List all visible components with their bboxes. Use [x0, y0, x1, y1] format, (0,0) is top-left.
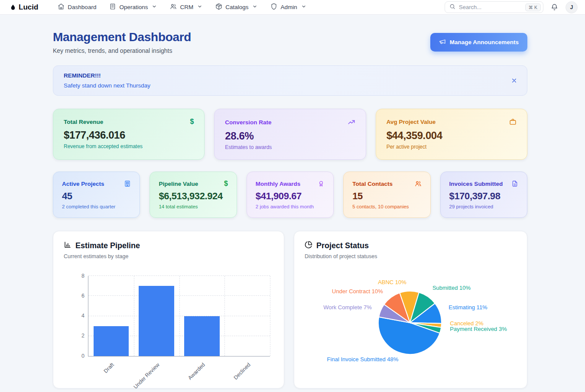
pie-label-abnc: ABNC 10% [378, 279, 406, 285]
search-input[interactable] [459, 4, 522, 10]
pie-label-work-complete: Work Complete 7% [323, 304, 372, 311]
bar-chart: 02468DraftUnder ReviewAwardedDeclined [64, 265, 273, 389]
stat-card-active-projects: Active Projects 45 2 completed this quar… [53, 172, 140, 218]
estimate-pipeline-card: Estimate Pipeline Current estimates by s… [53, 231, 284, 389]
nav-menu: Dashboard Operations CRM Catalogs Admin [58, 3, 306, 11]
charts-row: Estimate Pipeline Current estimates by s… [53, 231, 527, 389]
bar-draft [94, 326, 129, 356]
x-axis-label: Draft [103, 362, 115, 374]
stat-title: Total Contacts [352, 181, 393, 187]
stat-title: Avg Project Value [387, 119, 436, 125]
stat-value: 45 [62, 191, 131, 202]
pie-label-payment-received: Payment Received 3% [450, 326, 507, 332]
megaphone-icon [439, 38, 446, 46]
stat-subtitle: 2 completed this quarter [62, 204, 131, 209]
stat-value: $170,397.98 [449, 191, 518, 202]
top-nav: Lucid Dashboard Operations CRM Catalogs … [0, 0, 585, 15]
bar-chart-icon [64, 241, 72, 251]
nav-item-crm[interactable]: CRM [170, 3, 202, 11]
chevron-down-icon [252, 4, 257, 10]
chevron-down-icon [197, 4, 202, 10]
page-title: Management Dashboard [53, 30, 191, 44]
stat-card-total-contacts: Total Contacts 15 5 contacts, 10 compani… [343, 172, 430, 218]
notifications-bell-icon[interactable] [551, 3, 558, 11]
stat-subtitle: 29 projects invoiced [449, 204, 518, 209]
building-icon [124, 180, 131, 187]
stat-subtitle: 5 contacts, 10 companies [352, 204, 421, 209]
stat-title: Total Revenue [64, 119, 103, 125]
close-icon[interactable] [511, 78, 517, 84]
dollar-icon: $ [224, 180, 228, 187]
secondary-stats-row: Active Projects 45 2 completed this quar… [53, 172, 527, 218]
briefcase-icon [509, 118, 517, 126]
page-header: Management Dashboard Key metrics, trends… [53, 30, 527, 54]
chart-subtitle: Current estimates by stage [64, 253, 273, 259]
stat-subtitle: Estimates to awards [225, 144, 355, 150]
stat-value: $6,513,932.924 [159, 191, 228, 202]
stat-card-conversion-rate: Conversion Rate 28.6% Estimates to award… [214, 109, 366, 160]
stat-title: Monthly Awards [256, 181, 301, 187]
nav-item-catalogs[interactable]: Catalogs [215, 3, 257, 11]
chart-title: Project Status [316, 241, 369, 250]
x-axis-label: Under Review [133, 362, 161, 390]
package-icon [215, 3, 222, 11]
stat-subtitle: Per active project [387, 144, 517, 150]
stat-value: $44,359.004 [387, 130, 517, 142]
chevron-down-icon [301, 4, 306, 10]
chart-subtitle: Distribution of project statuses [305, 253, 517, 259]
stat-subtitle: Revenue from accepted estimates [64, 143, 194, 149]
avatar[interactable]: J [566, 1, 578, 13]
banner-message: Safety stand down next Thursday [64, 82, 517, 89]
nav-label: Operations [119, 4, 148, 10]
stat-value: $177,436.016 [64, 129, 194, 141]
manage-announcements-button[interactable]: Manage Announcements [430, 33, 527, 52]
nav-label: CRM [180, 4, 193, 10]
chevron-down-icon [152, 4, 157, 10]
pie-chart-icon [305, 241, 312, 251]
y-axis-tick: 2 [81, 334, 84, 339]
search-icon [449, 3, 455, 11]
y-axis-tick: 6 [81, 293, 84, 299]
home-icon [58, 3, 65, 11]
stat-value: $41,909.67 [256, 191, 325, 202]
pie-label-estimating: Estimating 11% [448, 304, 487, 311]
pie-chart: ABNC 10%Submitted 10%Estimating 11%Cance… [305, 263, 517, 388]
nav-item-admin[interactable]: Admin [270, 3, 306, 11]
stat-title: Active Projects [62, 181, 104, 187]
primary-stats-row: Total Revenue $ $177,436.016 Revenue fro… [53, 109, 527, 160]
stat-value: 28.6% [225, 130, 355, 142]
nav-item-operations[interactable]: Operations [109, 3, 157, 11]
brand-logo[interactable]: Lucid [10, 3, 38, 12]
nav-item-dashboard[interactable]: Dashboard [58, 3, 96, 11]
building-icon [109, 3, 116, 11]
y-axis-tick: 4 [81, 313, 84, 319]
stat-subtitle: 2 jobs awarded this month [256, 204, 325, 209]
y-axis-tick: 0 [81, 353, 84, 359]
x-axis-label: Awarded [187, 362, 206, 381]
nav-right-cluster: ⌘ K J [445, 1, 578, 13]
pie-label-under-contract: Under Contract 10% [332, 288, 383, 295]
nav-label: Dashboard [68, 4, 96, 10]
users-icon [415, 180, 422, 187]
stat-card-monthly-awards: Monthly Awards $41,909.67 2 jobs awarded… [247, 172, 334, 218]
pie-label-final-invoice-submitted: Final Invoice Submitted 48% [327, 356, 399, 363]
stat-card-pipeline-value: Pipeline Value $ $6,513,932.924 14 total… [150, 172, 237, 218]
y-axis-tick: 8 [81, 273, 84, 279]
stat-card-total-revenue: Total Revenue $ $177,436.016 Revenue fro… [53, 109, 205, 160]
trending-up-icon [348, 118, 355, 126]
file-text-icon [511, 180, 518, 187]
users-icon [170, 3, 177, 11]
stat-title: Conversion Rate [225, 119, 271, 126]
stat-subtitle: 14 total estimates [159, 204, 228, 209]
stat-card-avg-project-value: Avg Project Value $44,359.004 Per active… [376, 109, 527, 160]
shield-icon [270, 3, 277, 11]
keyboard-shortcut-badge: ⌘ K [525, 3, 541, 11]
brand-name: Lucid [19, 3, 38, 12]
stat-title: Pipeline Value [159, 181, 198, 187]
droplet-icon [10, 4, 16, 11]
chart-title: Estimate Pipeline [75, 241, 140, 250]
search-box[interactable]: ⌘ K [445, 1, 543, 13]
page-subtitle: Key metrics, trends, and operational ins… [53, 47, 191, 54]
reminder-banner: REMINDER!!! Safety stand down next Thurs… [53, 65, 527, 96]
pie-label-submitted: Submitted 10% [432, 285, 471, 291]
